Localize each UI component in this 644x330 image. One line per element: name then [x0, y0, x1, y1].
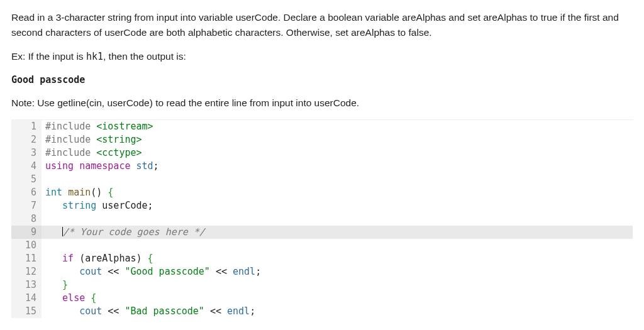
code-content[interactable]: /* Your code goes here */: [42, 226, 633, 239]
code-content[interactable]: else {: [42, 292, 633, 305]
code-content[interactable]: #include <iostream>: [42, 120, 633, 133]
line-number: 9: [11, 226, 42, 239]
code-row[interactable]: 9 /* Your code goes here */: [11, 226, 633, 239]
code-row[interactable]: 5: [11, 173, 633, 186]
code-content[interactable]: if (areAlphas) {: [42, 252, 633, 265]
code-row[interactable]: 14 else {: [11, 292, 633, 305]
line-number: 6: [11, 186, 42, 199]
code-row[interactable]: 6int main() {: [11, 186, 633, 199]
prompt-note: Note: Use getline(cin, userCode) to read…: [11, 96, 633, 111]
line-number: 4: [11, 160, 42, 173]
code-row[interactable]: 13 }: [11, 278, 633, 292]
code-content[interactable]: int main() {: [42, 186, 633, 199]
code-row[interactable]: 15 cout << "Bad passcode" << endl;: [11, 305, 633, 318]
code-row[interactable]: 4using namespace std;: [11, 160, 633, 173]
prompt-paragraph-1: Read in a 3-character string from input …: [11, 10, 633, 40]
line-number: 3: [11, 146, 42, 160]
code-row[interactable]: 2#include <string>: [11, 133, 633, 146]
code-content[interactable]: [42, 212, 633, 226]
line-number: 14: [11, 292, 42, 305]
code-content[interactable]: [42, 173, 633, 186]
line-number: 10: [11, 239, 42, 252]
code-row[interactable]: 12 cout << "Good passcode" << endl;: [11, 265, 633, 278]
line-number: 1: [11, 120, 42, 133]
line-number: 11: [11, 252, 42, 265]
code-row[interactable]: 7 string userCode;: [11, 199, 633, 212]
code-content[interactable]: string userCode;: [42, 199, 633, 212]
code-row[interactable]: 10: [11, 239, 633, 252]
code-content[interactable]: #include <string>: [42, 133, 633, 146]
code-content[interactable]: [42, 239, 633, 252]
line-number: 2: [11, 133, 42, 146]
line-number: 8: [11, 212, 42, 226]
code-editor[interactable]: 1#include <iostream>2#include <string>3#…: [11, 119, 633, 318]
code-content[interactable]: using namespace std;: [42, 160, 633, 173]
prompt-paragraph-2: Ex: If the input is hk1, then the output…: [11, 49, 633, 64]
line-number: 13: [11, 278, 42, 292]
code-content[interactable]: #include <cctype>: [42, 146, 633, 160]
expected-output: Good passcode: [11, 73, 633, 87]
problem-statement: Read in a 3-character string from input …: [11, 10, 633, 111]
code-row[interactable]: 8: [11, 212, 633, 226]
code-row[interactable]: 11 if (areAlphas) {: [11, 252, 633, 265]
line-number: 15: [11, 305, 42, 318]
code-content[interactable]: cout << "Good passcode" << endl;: [42, 265, 633, 278]
code-row[interactable]: 1#include <iostream>: [11, 120, 633, 133]
code-row[interactable]: 3#include <cctype>: [11, 146, 633, 160]
line-number: 7: [11, 199, 42, 212]
code-content[interactable]: }: [42, 278, 633, 292]
code-content[interactable]: cout << "Bad passcode" << endl;: [42, 305, 633, 318]
line-number: 12: [11, 265, 42, 278]
line-number: 5: [11, 173, 42, 186]
